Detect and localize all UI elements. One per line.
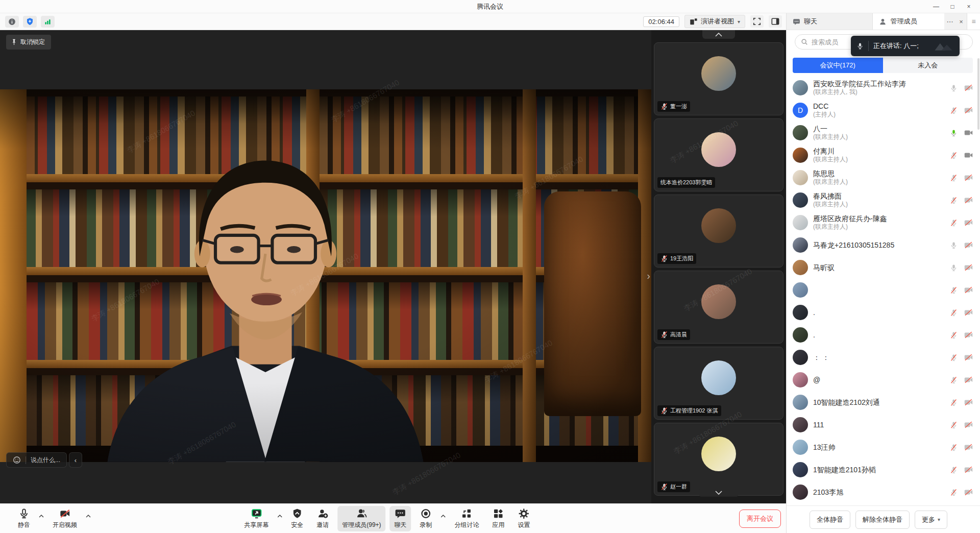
quick-chat-input[interactable]: 说点什么... <box>6 452 67 468</box>
member-mic-icon[interactable] <box>950 309 958 317</box>
member-mic-icon[interactable] <box>950 129 958 137</box>
fullscreen-button[interactable] <box>750 15 764 28</box>
expand-video-handle[interactable]: › <box>647 270 650 282</box>
member-camera-icon[interactable] <box>964 174 973 181</box>
mute-button[interactable]: 静音 <box>13 506 35 531</box>
member-row[interactable]: 2103李旭 <box>787 481 980 503</box>
meeting-security-button[interactable] <box>23 16 37 28</box>
member-camera-icon[interactable] <box>964 219 973 226</box>
participant-thumbnail[interactable]: 19王浩阳 <box>654 195 783 268</box>
panel-more-button[interactable]: ⋯ <box>944 13 955 30</box>
video-options-caret[interactable] <box>86 515 91 523</box>
manage-members-button[interactable]: 管理成员(99+) <box>337 506 385 531</box>
meeting-info-button[interactable] <box>5 16 19 28</box>
member-camera-icon[interactable] <box>964 264 973 271</box>
member-mic-icon[interactable] <box>950 174 958 182</box>
member-row[interactable]: 春风拂面 (联席主持人) <box>787 189 980 211</box>
tab-not-joined[interactable]: 未入会 <box>883 58 973 73</box>
thumbnails-scroll-down-button[interactable] <box>699 488 738 497</box>
mute-all-button[interactable]: 全体静音 <box>810 511 850 529</box>
invite-button[interactable]: 邀请 <box>312 506 333 531</box>
member-row[interactable]: 马昕驭 <box>787 256 980 279</box>
record-button[interactable]: 录制 <box>415 506 437 531</box>
apps-button[interactable]: 应用 <box>488 506 509 531</box>
participant-thumbnail[interactable]: 董一澎 <box>654 42 783 115</box>
close-button[interactable]: × <box>961 0 977 13</box>
member-mic-icon[interactable] <box>950 219 958 227</box>
member-row[interactable]: 1智能建造2101孙韬 <box>787 458 980 481</box>
member-row[interactable]: 雁塔区政府征兵办-陳鑫 (联席主持人) <box>787 211 980 234</box>
participant-thumbnail[interactable]: 赵一群 <box>654 423 783 496</box>
member-row[interactable]: 111 <box>787 414 980 436</box>
member-mic-icon[interactable] <box>950 421 958 429</box>
member-camera-icon[interactable] <box>964 241 973 249</box>
main-speaker-video[interactable]: 李涛 +8618066767040 李涛 +8618066767040 李涛 +… <box>0 30 651 503</box>
network-status-button[interactable] <box>41 16 55 28</box>
side-panel-toggle-button[interactable] <box>769 15 782 28</box>
member-mic-icon[interactable] <box>950 399 958 406</box>
member-camera-icon[interactable] <box>964 107 973 114</box>
member-mic-icon[interactable] <box>950 376 958 384</box>
member-camera-icon[interactable] <box>964 489 973 496</box>
participant-thumbnail[interactable]: 统本造价2203郭雯晴 <box>654 118 783 191</box>
emoji-icon[interactable] <box>13 456 21 464</box>
unmute-all-button[interactable]: 解除全体静音 <box>855 511 910 529</box>
settings-button[interactable]: 设置 <box>513 506 535 531</box>
panel-close-button[interactable]: × <box>955 13 967 30</box>
member-row[interactable]: 马春龙+21610305151285 <box>787 234 980 256</box>
member-camera-icon[interactable] <box>964 354 973 361</box>
member-camera-icon[interactable] <box>964 286 973 294</box>
member-camera-icon[interactable] <box>964 309 973 316</box>
leave-meeting-button[interactable]: 离开会议 <box>739 510 781 528</box>
member-mic-icon[interactable] <box>950 264 958 272</box>
member-camera-icon[interactable] <box>964 197 973 204</box>
member-row[interactable]: 付离川 (联席主持人) <box>787 144 980 166</box>
member-camera-icon[interactable] <box>964 331 973 338</box>
member-camera-icon[interactable] <box>964 152 973 159</box>
participant-thumbnail[interactable]: 高清晨 <box>654 271 783 344</box>
member-camera-icon[interactable] <box>964 399 973 406</box>
member-camera-icon[interactable] <box>964 444 973 451</box>
member-mic-icon[interactable] <box>950 444 958 451</box>
tab-in-meeting[interactable]: 会议中(172) <box>793 58 883 73</box>
member-row[interactable]: . <box>787 301 980 324</box>
member-row[interactable]: 陈思思 (联席主持人) <box>787 166 980 189</box>
panel-scrollbar[interactable] <box>977 58 979 130</box>
member-mic-icon[interactable] <box>950 466 958 474</box>
member-camera-icon[interactable] <box>964 421 973 428</box>
chat-button[interactable]: 聊天 <box>390 506 411 531</box>
thumbnails-scroll-up-button[interactable] <box>702 30 735 39</box>
member-mic-icon[interactable] <box>950 489 958 496</box>
member-mic-icon[interactable] <box>950 331 958 339</box>
member-row[interactable]: @ <box>787 369 980 391</box>
share-options-caret[interactable] <box>277 515 282 523</box>
minimize-button[interactable]: — <box>928 0 944 13</box>
member-mic-icon[interactable] <box>950 286 958 294</box>
member-camera-icon[interactable] <box>964 84 973 91</box>
member-row[interactable]: 八一 (联席主持人) <box>787 122 980 144</box>
panel-menu-button[interactable]: ≡ <box>967 13 980 30</box>
participant-thumbnail[interactable]: 工程管理1902 张淇 <box>654 347 783 420</box>
breakout-rooms-button[interactable]: 分组讨论 <box>450 506 484 531</box>
member-row[interactable] <box>787 279 980 301</box>
unpin-button[interactable]: 取消锁定 <box>6 35 51 50</box>
member-row[interactable]: 13汪帅 <box>787 436 980 458</box>
member-mic-icon[interactable] <box>950 152 958 159</box>
member-mic-icon[interactable] <box>950 197 958 204</box>
member-camera-icon[interactable] <box>964 376 973 383</box>
member-camera-icon[interactable] <box>964 129 973 136</box>
member-row[interactable]: D DCC (主持人) <box>787 99 980 122</box>
tab-chat[interactable]: 聊天 <box>787 13 873 30</box>
tab-manage-members[interactable]: 管理成员 <box>873 13 944 30</box>
quick-chat-collapse-button[interactable]: ‹ <box>69 452 82 468</box>
share-screen-button[interactable]: 共享屏幕 <box>239 506 273 531</box>
member-row[interactable]: 西安欧亚学院征兵工作站李涛 (联席主持人, 我) <box>787 77 980 99</box>
member-row[interactable]: 10智能建造2102刘通 <box>787 391 980 414</box>
security-button[interactable]: 安全 <box>286 506 308 531</box>
member-mic-icon[interactable] <box>950 84 958 92</box>
maximize-button[interactable]: □ <box>944 0 961 13</box>
member-mic-icon[interactable] <box>950 241 958 249</box>
mute-options-caret[interactable] <box>39 515 44 523</box>
member-row[interactable]: . <box>787 324 980 346</box>
start-video-button[interactable]: 开启视频 <box>48 506 82 531</box>
